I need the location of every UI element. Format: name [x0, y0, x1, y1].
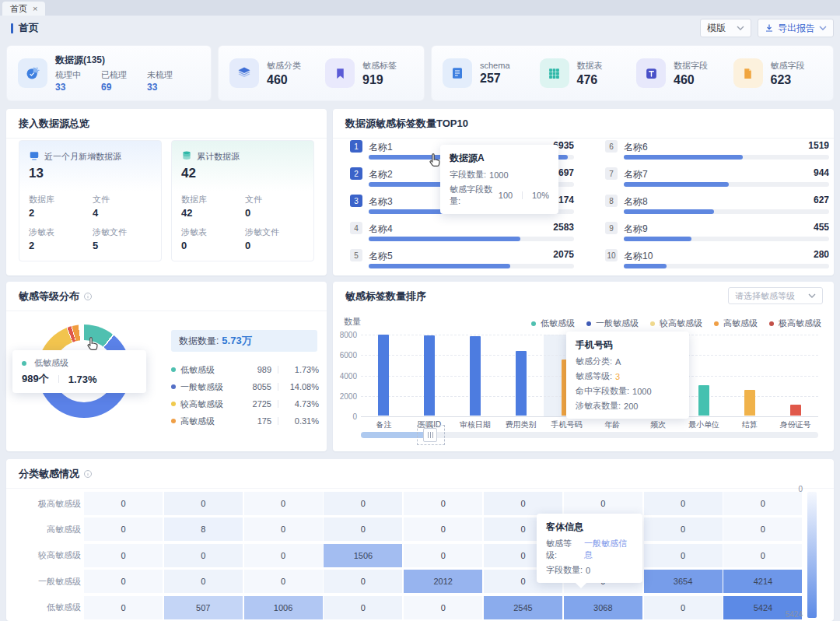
legend-item[interactable]: 一般敏感级805514.08%: [171, 378, 319, 395]
tab-close-icon[interactable]: ×: [33, 4, 37, 13]
top10-row[interactable]: 9名称9455: [605, 222, 829, 249]
heatmap-cell[interactable]: 0: [404, 518, 482, 541]
bar-最小单位[interactable]: [698, 385, 709, 416]
heatmap-cell[interactable]: 2012: [404, 570, 482, 593]
heatmap-cell[interactable]: 4214: [723, 570, 802, 593]
heatmap-cell[interactable]: 0: [644, 492, 723, 515]
legend-item[interactable]: 低敏感级9891.73%: [171, 361, 319, 378]
heatmap-row-label: 一般敏感级: [9, 570, 81, 593]
heatmap-cell[interactable]: 0: [404, 596, 482, 619]
bar-审核日期[interactable]: [470, 336, 481, 416]
top10-row[interactable]: 6名称61519: [605, 140, 829, 167]
stat-text: 数据字段460: [674, 60, 708, 87]
legend-item[interactable]: 极高敏感级: [769, 318, 821, 329]
heatmap-cell[interactable]: 0: [723, 544, 802, 567]
heatmap-cell[interactable]: 0: [244, 570, 323, 593]
top10-row[interactable]: 4名称42583: [350, 222, 574, 249]
tooltip-title: 手机号码: [576, 339, 680, 352]
overview-card-head: 近一个月新增数据源: [19, 141, 161, 163]
heatmap-cell[interactable]: 0: [723, 518, 802, 541]
legend-item[interactable]: 较高敏感级: [650, 318, 702, 329]
legend-label: 高敏感级: [180, 416, 215, 427]
overview-stat-label: 数据库: [29, 194, 88, 205]
top10-row[interactable]: 7名称7944: [605, 167, 829, 195]
title-accent-bar: [11, 23, 13, 33]
panel-title: 分类敏感情况: [6, 459, 834, 489]
heatmap-cell[interactable]: 3654: [644, 570, 723, 593]
heatmap-cell[interactable]: 0: [723, 492, 802, 515]
heatmap-cell[interactable]: 0: [244, 492, 323, 515]
rank-badge: 9: [605, 222, 618, 234]
sensitive-level-select[interactable]: 请选择敏感等级: [728, 287, 823, 304]
donut-tooltip: 低敏感级 989个 1.73%: [12, 350, 146, 393]
heatmap-cell[interactable]: 0: [84, 570, 163, 593]
overview-stat-value: 42: [181, 207, 240, 219]
datasource-stat: 梳理中 33: [55, 69, 81, 93]
bar-身份证号[interactable]: [790, 405, 801, 416]
stat-text: schema257: [480, 61, 510, 86]
heatmap-cell[interactable]: 8: [164, 518, 243, 541]
data-zoom-handle[interactable]: [423, 428, 437, 442]
heatmap-cell[interactable]: 0: [404, 492, 482, 515]
tooltip-label: 敏感字段数量:: [450, 184, 495, 207]
stat-text: 敏感分类460: [267, 60, 301, 87]
tab-home[interactable]: 首页 ×: [2, 2, 45, 16]
info-icon[interactable]: [83, 469, 93, 479]
legend-value: 989: [257, 365, 271, 374]
heatmap-cell[interactable]: 507: [164, 596, 243, 619]
overview-stat-value: 0: [181, 240, 240, 251]
legend-item[interactable]: 一般敏感级: [586, 318, 639, 329]
heatmap-cell[interactable]: 0: [644, 518, 723, 541]
legend-dot: [531, 321, 536, 326]
heatmap-cell[interactable]: 0: [324, 570, 402, 593]
top10-row[interactable]: 5名称52075: [350, 249, 574, 276]
tooltip-label: 字段数量:: [450, 169, 486, 181]
legend-value: 2725: [253, 399, 271, 409]
overview-stat-value: 5: [93, 240, 152, 251]
legend-dot: [171, 367, 176, 372]
datasource-type-icon: [181, 150, 192, 163]
data-zoom-slider[interactable]: [361, 432, 818, 438]
heatmap-cell[interactable]: 3068: [564, 596, 642, 619]
heatmap-cell[interactable]: 1506: [324, 544, 402, 567]
legend-item[interactable]: 低敏感级: [531, 318, 575, 329]
legend-item[interactable]: 高敏感级1750.31%: [171, 412, 319, 430]
heatmap-cell[interactable]: 0: [564, 492, 642, 515]
scale-min-label: 5424: [775, 610, 803, 619]
heatmap-cell[interactable]: 0: [164, 544, 243, 567]
x-tick-label: 身份证号: [780, 419, 811, 430]
heatmap-cell[interactable]: 0: [324, 518, 402, 541]
heatmap-cell[interactable]: 2545: [484, 596, 562, 619]
tooltip-row: 涉敏表数量:200: [576, 400, 680, 412]
info-icon[interactable]: [83, 292, 93, 301]
heatmap-cell[interactable]: 0: [164, 492, 243, 515]
bar-备注[interactable]: [378, 335, 389, 416]
heatmap-cell[interactable]: 0: [244, 544, 323, 567]
heatmap-cell[interactable]: 0: [404, 544, 482, 567]
legend-dot: [171, 419, 176, 423]
heatmap-cell[interactable]: 0: [324, 596, 402, 619]
heatmap-cell[interactable]: 0: [644, 544, 723, 567]
bar-费用类别[interactable]: [516, 351, 527, 416]
top10-tooltip: 数据源A 字段数量: 1000 敏感字段数量: 100 10%: [440, 145, 558, 214]
heatmap-cell[interactable]: 0: [644, 596, 723, 619]
export-report-button[interactable]: 导出报告: [758, 19, 834, 37]
legend-item[interactable]: 较高敏感级27254.73%: [171, 395, 319, 412]
bar-结算[interactable]: [744, 390, 755, 416]
heatmap-cell[interactable]: 1006: [244, 596, 323, 619]
template-select[interactable]: 模版: [700, 19, 751, 37]
heatmap-cell[interactable]: 0: [84, 544, 163, 567]
heatmap-cell[interactable]: 0: [484, 492, 562, 515]
overview-stat-value: 0: [245, 207, 304, 219]
bar-医嘱ID[interactable]: [424, 335, 435, 416]
heatmap-cell[interactable]: 0: [84, 596, 163, 619]
pie-chart-icon: [18, 58, 47, 88]
heatmap-cell[interactable]: 0: [244, 518, 323, 541]
legend-item[interactable]: 高敏感级: [714, 318, 758, 329]
top10-row[interactable]: 8名称8627: [605, 195, 829, 222]
heatmap-cell[interactable]: 0: [84, 492, 163, 515]
heatmap-cell[interactable]: 0: [324, 492, 402, 515]
top10-row[interactable]: 10名称10280: [605, 249, 829, 276]
heatmap-cell[interactable]: 0: [84, 518, 163, 541]
heatmap-cell[interactable]: 0: [164, 570, 243, 593]
